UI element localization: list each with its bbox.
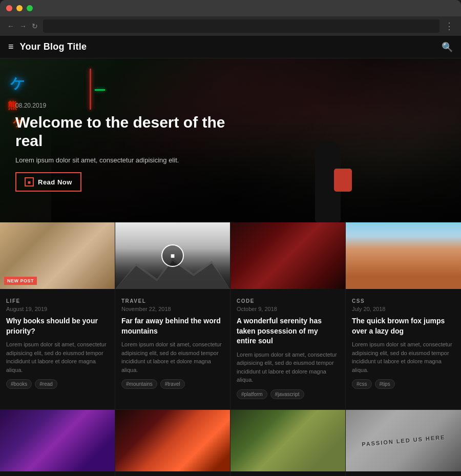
hero-section: ケ 熊 ケ 08.20.2019 Welcome to the desert o… <box>0 58 461 222</box>
bottom-card-item: TUTORIAL February 3, 2018 <box>230 410 346 476</box>
passion-text: PASSION LED US HERE <box>361 434 445 447</box>
bottom-card-image <box>0 410 115 471</box>
read-now-label: Read Now <box>38 178 72 186</box>
browser-titlebar <box>0 0 461 16</box>
tag[interactable]: #mountains <box>121 379 157 389</box>
tag[interactable]: #read <box>35 379 57 389</box>
hero-content: 08.20.2019 Welcome to the desert of the … <box>15 102 246 192</box>
backpack <box>334 169 352 192</box>
hero-excerpt: Lorem ipsum dolor sit amet, consectetur … <box>15 156 246 164</box>
bottom-card-item: PASSION LED US HERE LIFE August 14, 2017 <box>346 410 461 476</box>
neon-green-strip <box>95 89 105 91</box>
bottom-card-image-content <box>0 410 115 471</box>
tag[interactable]: #tips <box>375 379 395 389</box>
refresh-button[interactable]: ↻ <box>32 22 38 30</box>
search-icon[interactable]: 🔍 <box>442 42 453 53</box>
browser-window: ← → ↻ ⋮ <box>0 0 461 36</box>
tag[interactable]: #travel <box>160 379 185 389</box>
card-tags: #css#tips <box>346 379 461 389</box>
card-title[interactable]: Why books should be your priority? <box>0 316 115 340</box>
tag[interactable]: #javascript <box>270 389 304 399</box>
card-item: ■ TRAVEL November 22, 2018 Far far away … <box>115 222 230 409</box>
card-image <box>230 222 345 289</box>
bottom-card-image: PASSION LED US HERE <box>346 410 461 471</box>
read-now-icon: ■ <box>25 177 34 187</box>
back-button[interactable]: ← <box>7 22 14 30</box>
neon-kanji-1: ケ <box>10 74 25 93</box>
hero-title: Welcome to the desert of the real <box>15 113 246 150</box>
card-excerpt: Lorem ipsum dolor sit amet, consectetur … <box>115 340 230 379</box>
card-date: October 9, 2018 <box>230 306 345 316</box>
card-image-wrap: ■ <box>115 222 230 289</box>
bottom-card-item: TIPS Mark 12, 2018 <box>115 410 230 476</box>
card-title[interactable]: A wonderful serenity has taken possessio… <box>230 316 345 350</box>
play-icon: ■ <box>170 253 176 259</box>
card-title[interactable]: Far far away behind the word mountains <box>115 316 230 340</box>
hero-date: 08.20.2019 <box>15 102 246 109</box>
card-item: CSS July 20, 2018 The quick brown fox ju… <box>346 222 461 409</box>
card-category: LIFE <box>0 294 115 306</box>
card-excerpt: Lorem ipsum dolor sit amet, consectetur … <box>230 350 345 389</box>
browser-menu-icon[interactable]: ⋮ <box>445 20 454 32</box>
person-silhouette <box>297 120 359 222</box>
card-date: July 20, 2018 <box>346 306 461 316</box>
site-nav: ≡ Your Blog Title 🔍 <box>0 36 461 58</box>
tag[interactable]: #platform <box>237 389 267 399</box>
bottom-card-image-content: PASSION LED US HERE <box>346 410 461 471</box>
url-input[interactable] <box>43 19 439 33</box>
bottom-card-image-content <box>230 410 345 471</box>
close-button[interactable] <box>6 5 12 11</box>
card-excerpt: Lorem ipsum dolor sit amet, consectetur … <box>0 340 115 379</box>
card-category: CODE <box>230 294 345 306</box>
card-category: CSS <box>346 294 461 306</box>
card-image-wrap: NEW POST <box>0 222 115 289</box>
card-image-wrap <box>346 222 461 289</box>
bottom-card-image <box>230 410 345 471</box>
card-title[interactable]: The quick brown fox jumps over a lazy do… <box>346 316 461 340</box>
forward-button[interactable]: → <box>19 22 27 30</box>
read-now-button[interactable]: ■ Read Now <box>15 172 81 192</box>
maximize-button[interactable] <box>27 5 33 11</box>
tag[interactable]: #books <box>6 379 32 389</box>
address-bar: ← → ↻ ⋮ <box>0 16 461 36</box>
nav-left: ≡ Your Blog Title <box>8 42 87 52</box>
site-title: Your Blog Title <box>20 42 87 52</box>
card-date: August 19, 2019 <box>0 306 115 316</box>
new-post-badge: NEW POST <box>4 277 37 285</box>
hamburger-menu-icon[interactable]: ≡ <box>8 42 14 52</box>
bottom-card-image <box>115 410 230 471</box>
bottom-card-image-content <box>115 410 230 471</box>
play-button[interactable]: ■ <box>161 244 184 267</box>
bottom-card-item: TRAVEL April 21, 2018 <box>0 410 115 476</box>
card-tags: #books#read <box>0 379 115 389</box>
card-category: TRAVEL <box>115 294 230 306</box>
minimize-button[interactable] <box>16 5 23 11</box>
cards-grid: NEW POST LIFE August 19, 2019 Why books … <box>0 222 461 409</box>
card-image <box>346 222 461 289</box>
bottom-cards-grid: TRAVEL April 21, 2018 TIPS Mark 12, 2018… <box>0 409 461 476</box>
tag[interactable]: #css <box>352 379 372 389</box>
card-tags: #platform#javascript <box>230 389 345 399</box>
card-date: November 22, 2018 <box>115 306 230 316</box>
card-excerpt: Lorem ipsum dolor sit amet, consectetur … <box>346 340 461 379</box>
card-image-wrap <box>230 222 345 289</box>
card-tags: #mountains#travel <box>115 379 230 389</box>
card-item: CODE October 9, 2018 A wonderful serenit… <box>230 222 346 409</box>
card-item: NEW POST LIFE August 19, 2019 Why books … <box>0 222 115 409</box>
